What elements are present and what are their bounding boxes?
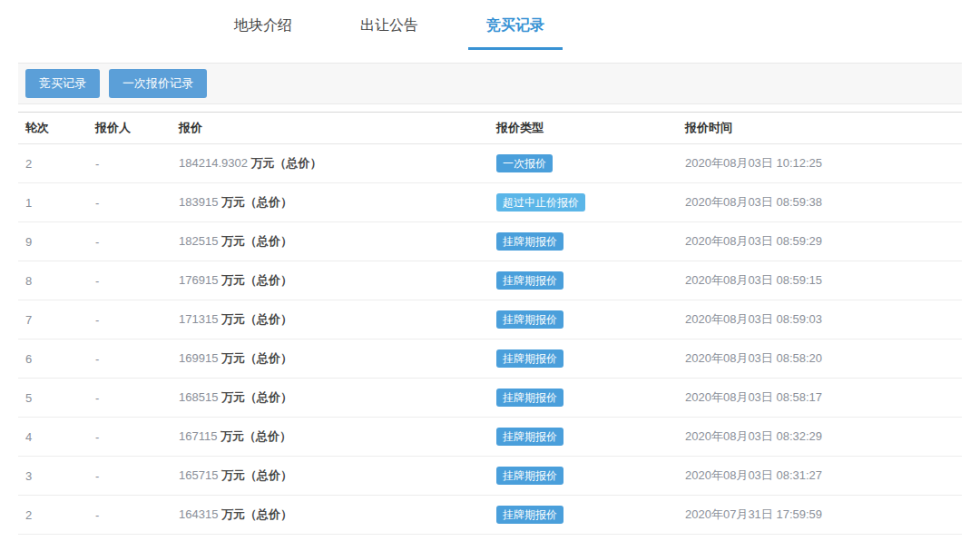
cell-price: 167115 万元（总价） [172, 418, 489, 457]
cell-time: 2020年08月03日 08:59:15 [678, 261, 962, 300]
cell-price: 165715 万元（总价） [172, 457, 489, 496]
tab-item[interactable]: 竞买记录 [468, 13, 563, 50]
cell-time: 2020年08月03日 08:58:20 [678, 339, 962, 379]
price-value: 171315 [179, 312, 218, 326]
price-unit: 万元（总价） [220, 429, 291, 443]
price-unit: 万元（总价） [221, 390, 292, 404]
record-type-button[interactable]: 竞买记录 [25, 69, 100, 98]
bid-type-badge: 挂牌期报价 [496, 506, 564, 524]
bid-records-table: 轮次 报价人 报价 报价类型 报价时间 2 - 184214.9302 万元（总… [18, 112, 962, 535]
cell-bidder: - [88, 339, 172, 379]
price-value: 184214.9302 [179, 156, 248, 170]
cell-round: 9 [18, 222, 88, 261]
cell-bidder: - [88, 379, 172, 418]
table-row: 5 - 168515 万元（总价） 挂牌期报价 2020年08月03日 08:5… [18, 379, 962, 418]
cell-price: 183915 万元（总价） [172, 183, 489, 222]
price-value: 176915 [179, 273, 218, 287]
cell-type: 一次报价 [489, 144, 678, 183]
table-row: 9 - 182515 万元（总价） 挂牌期报价 2020年08月03日 08:5… [18, 222, 962, 261]
tab-item[interactable]: 地块介绍 [216, 13, 310, 50]
bid-type-badge: 挂牌期报价 [496, 232, 564, 251]
price-value: 169915 [179, 351, 218, 365]
cell-type: 挂牌期报价 [489, 222, 678, 261]
cell-bidder: - [88, 222, 172, 261]
tab-label: 出让公告 [360, 17, 418, 33]
cell-type: 挂牌期报价 [489, 261, 678, 300]
cell-time: 2020年08月03日 10:12:25 [678, 144, 962, 183]
cell-time: 2020年08月03日 08:32:29 [678, 418, 962, 457]
table-row: 8 - 176915 万元（总价） 挂牌期报价 2020年08月03日 08:5… [18, 261, 962, 300]
tab-label: 竞买记录 [486, 17, 544, 33]
column-header-round: 轮次 [18, 113, 88, 144]
bid-type-badge: 超过中止价报价 [496, 193, 585, 212]
table-row: 1 - 183915 万元（总价） 超过中止价报价 2020年08月03日 08… [18, 183, 962, 222]
price-unit: 万元（总价） [221, 234, 292, 248]
cell-type: 挂牌期报价 [489, 300, 678, 339]
record-type-toolbar: 竞买记录 一次报价记录 [18, 63, 962, 104]
table-row: 4 - 167115 万元（总价） 挂牌期报价 2020年08月03日 08:3… [18, 418, 962, 457]
table-row: 6 - 169915 万元（总价） 挂牌期报价 2020年08月03日 08:5… [18, 339, 962, 379]
cell-round: 8 [18, 261, 88, 300]
cell-type: 挂牌期报价 [489, 496, 678, 535]
price-unit: 万元（总价） [221, 195, 292, 209]
cell-time: 2020年08月03日 08:59:38 [678, 183, 962, 222]
cell-round: 3 [18, 457, 88, 496]
cell-bidder: - [88, 261, 172, 300]
cell-bidder: - [88, 418, 172, 457]
bid-type-badge: 挂牌期报价 [496, 349, 564, 368]
bid-type-badge: 挂牌期报价 [496, 467, 564, 485]
cell-bidder: - [88, 457, 172, 496]
price-unit: 万元（总价） [221, 507, 292, 521]
cell-time: 2020年08月03日 08:59:29 [678, 222, 962, 261]
column-header-price: 报价 [172, 113, 489, 144]
cell-bidder: - [88, 496, 172, 535]
cell-time: 2020年08月03日 08:59:03 [678, 300, 962, 339]
cell-time: 2020年07月31日 17:59:59 [678, 496, 962, 535]
cell-price: 169915 万元（总价） [172, 339, 489, 379]
bid-type-badge: 一次报价 [496, 154, 553, 172]
cell-round: 2 [18, 496, 88, 535]
record-type-button[interactable]: 一次报价记录 [109, 69, 207, 98]
cell-price: 182515 万元（总价） [172, 222, 489, 261]
price-unit: 万元（总价） [221, 468, 292, 482]
bid-type-badge: 挂牌期报价 [496, 271, 564, 290]
bid-type-badge: 挂牌期报价 [496, 310, 564, 329]
table-row: 2 - 184214.9302 万元（总价） 一次报价 2020年08月03日 … [18, 144, 962, 183]
tab-bar: 地块介绍 出让公告 竞买记录 [216, 0, 980, 50]
cell-type: 挂牌期报价 [489, 379, 678, 418]
cell-bidder: - [88, 300, 172, 339]
column-header-time: 报价时间 [678, 113, 962, 144]
cell-type: 挂牌期报价 [489, 457, 678, 496]
cell-price: 184214.9302 万元（总价） [172, 144, 489, 183]
cell-type: 超过中止价报价 [489, 183, 678, 222]
price-value: 165715 [179, 468, 218, 482]
cell-type: 挂牌期报价 [489, 339, 678, 379]
price-unit: 万元（总价） [221, 273, 292, 287]
column-header-bidder: 报价人 [88, 113, 172, 144]
column-header-type: 报价类型 [489, 113, 678, 144]
cell-round: 6 [18, 339, 88, 379]
cell-round: 2 [18, 144, 88, 183]
table-row: 3 - 165715 万元（总价） 挂牌期报价 2020年08月03日 08:3… [18, 457, 962, 496]
bid-type-badge: 挂牌期报价 [496, 428, 564, 446]
price-value: 167115 [179, 429, 217, 443]
cell-round: 4 [18, 418, 88, 457]
cell-round: 1 [18, 183, 88, 222]
cell-price: 168515 万元（总价） [172, 379, 489, 418]
price-value: 164315 [179, 507, 218, 521]
cell-round: 7 [18, 300, 88, 339]
price-value: 183915 [179, 195, 218, 209]
cell-time: 2020年08月03日 08:58:17 [678, 379, 962, 418]
bid-type-badge: 挂牌期报价 [496, 389, 564, 407]
tab-label: 地块介绍 [234, 17, 292, 33]
table-header-row: 轮次 报价人 报价 报价类型 报价时间 [18, 113, 962, 144]
price-unit: 万元（总价） [221, 351, 292, 365]
cell-bidder: - [88, 183, 172, 222]
cell-price: 171315 万元（总价） [172, 300, 489, 339]
table-row: 7 - 171315 万元（总价） 挂牌期报价 2020年08月03日 08:5… [18, 300, 962, 339]
cell-type: 挂牌期报价 [489, 418, 678, 457]
cell-price: 164315 万元（总价） [172, 496, 489, 535]
tab-item[interactable]: 出让公告 [342, 13, 436, 50]
cell-bidder: - [88, 144, 172, 183]
cell-time: 2020年08月03日 08:31:27 [678, 457, 962, 496]
